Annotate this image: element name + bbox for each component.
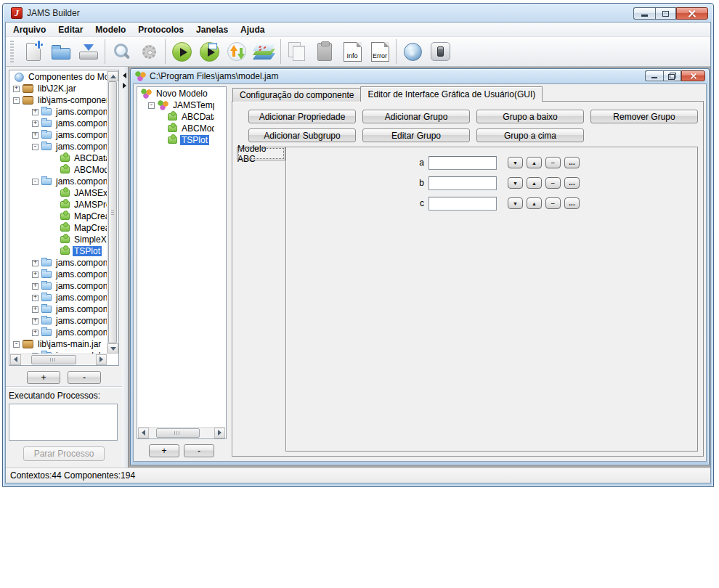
menu-item-arquivo[interactable]: Arquivo	[13, 25, 46, 35]
model-minimize-button[interactable]	[645, 70, 663, 81]
tree-item-componentes-do-mode[interactable]: Componentes do Mode	[10, 71, 107, 83]
tree-item-tsplot[interactable]: TSPlot	[10, 245, 107, 257]
settings-button[interactable]	[135, 38, 163, 65]
expand-toggle-icon[interactable]: +	[32, 260, 38, 266]
run-model-button[interactable]	[168, 38, 195, 65]
add-component-button[interactable]: +	[27, 371, 60, 384]
field-remove-button[interactable]: −	[545, 197, 561, 209]
tree-item-jams-componen[interactable]: +jams.componen	[10, 280, 107, 292]
field-dropdown-button[interactable]: ▼	[508, 197, 523, 209]
tree-item-lib-j2k-jar[interactable]: +lib\J2K.jar	[10, 83, 107, 94]
tree-item-jamsprogr[interactable]: JAMSProgr	[10, 199, 107, 211]
collapse-left-icon[interactable]	[123, 73, 126, 78]
tree-item-abcmodel[interactable]: ABCModel	[10, 164, 107, 176]
expand-toggle-icon[interactable]: +	[32, 295, 38, 301]
vertical-scrollbar[interactable]	[107, 71, 118, 354]
horizontal-scroll-thumb[interactable]	[156, 428, 200, 438]
horizontal-scrollbar[interactable]	[10, 354, 107, 364]
field-browse-button[interactable]: ...	[564, 157, 580, 168]
tree-item-simplexypl[interactable]: SimpleXYPl	[10, 234, 107, 245]
field-dropdown-button[interactable]: ▼	[508, 177, 523, 189]
grupo-a-baixo-button[interactable]: Grupo a baixo	[476, 110, 584, 123]
tree-item-jamsexecl[interactable]: JAMSExecl	[10, 187, 107, 199]
processes-list[interactable]	[9, 404, 118, 441]
expand-toggle-icon[interactable]: +	[32, 121, 38, 127]
open-model-button[interactable]	[47, 38, 75, 65]
field-move-up-button[interactable]: ▲	[527, 177, 542, 189]
model-remove-button[interactable]: -	[184, 444, 214, 457]
power-button[interactable]	[426, 38, 454, 65]
map-button[interactable]	[251, 38, 278, 65]
tree-item-jams-componen[interactable]: +jams.componen	[10, 257, 107, 269]
tree-item-tsplot[interactable]: TSPlot	[138, 134, 214, 146]
error-log-button[interactable]: Error	[366, 38, 394, 65]
menu-item-ajuda[interactable]: Ajuda	[240, 25, 264, 35]
expand-toggle-icon[interactable]: +	[32, 271, 38, 278]
tree-item-jams-componen[interactable]: +jams.componen	[10, 327, 107, 338]
field-browse-button[interactable]: ...	[564, 177, 580, 189]
vertical-scroll-thumb[interactable]	[108, 81, 117, 343]
search-button[interactable]	[107, 38, 135, 65]
tree-item-jamstemporalcor[interactable]: -JAMSTemporalCor	[138, 99, 214, 111]
adicionar-grupo-button[interactable]: Adicionar Grupo	[362, 110, 470, 123]
scroll-right-button[interactable]	[214, 428, 225, 438]
update-button[interactable]	[223, 38, 251, 65]
tree-item-jams-componen[interactable]: +jams.componen	[10, 118, 107, 129]
expand-toggle-icon[interactable]: +	[32, 330, 38, 336]
web-button[interactable]	[399, 38, 426, 65]
collapse-toggle-icon[interactable]: -	[32, 144, 38, 150]
stop-process-button[interactable]: Parar Processo	[23, 446, 105, 461]
menu-item-protocolos[interactable]: Protocolos	[138, 25, 184, 35]
tree-item-lib-jams-componen[interactable]: -lib\jams-componen	[10, 94, 107, 106]
collapse-toggle-icon[interactable]: -	[13, 97, 20, 104]
expand-toggle-icon[interactable]: +	[32, 283, 38, 290]
adicionar-propriedade-button[interactable]: Adicionar Propriedade	[248, 110, 356, 123]
tree-item-jams-componen[interactable]: -jams.componen	[10, 176, 107, 187]
scroll-up-button[interactable]	[107, 71, 118, 81]
grupo-a-cima-button[interactable]: Grupo a cima	[476, 128, 584, 142]
expand-toggle-icon[interactable]: +	[32, 132, 38, 139]
field-input-a[interactable]	[428, 156, 497, 170]
menu-item-editar[interactable]: Editar	[58, 25, 83, 35]
tree-item-jams-componen[interactable]: +jams.componen	[10, 129, 107, 141]
remove-component-button[interactable]: -	[68, 371, 101, 384]
field-move-up-button[interactable]: ▲	[527, 197, 542, 209]
scroll-left-button[interactable]	[138, 428, 149, 438]
field-dropdown-button[interactable]: ▼	[508, 157, 523, 168]
maximize-button[interactable]	[655, 7, 676, 20]
collapse-toggle-icon[interactable]: -	[148, 102, 155, 109]
tree-item-lib-jams-main-jar[interactable]: -lib\jams-main.jar	[10, 338, 107, 350]
tab-configura-o-do-componente[interactable]: Configuração do componente	[232, 88, 361, 102]
model-window-title-bar[interactable]: C:\Program Files\jams\model.jam	[133, 69, 707, 83]
editar-grupo-button[interactable]: Editar Grupo	[362, 128, 470, 142]
tree-item-jams-componen[interactable]: +jams.componen	[10, 315, 107, 327]
tree-item-abcdataread[interactable]: ABCDataRead	[138, 111, 214, 123]
tree-item-abcdatare[interactable]: ABCDataRe	[10, 152, 107, 164]
menu-item-modelo[interactable]: Modelo	[95, 25, 126, 35]
toolbar-grip[interactable]	[10, 41, 14, 62]
model-close-button[interactable]	[681, 70, 705, 81]
title-bar[interactable]: J JAMS Builder	[5, 4, 711, 22]
field-input-b[interactable]	[428, 176, 497, 190]
field-remove-button[interactable]: −	[545, 177, 561, 189]
collapse-right-icon[interactable]	[123, 83, 126, 89]
expand-toggle-icon[interactable]: +	[32, 318, 38, 324]
collapse-toggle-icon[interactable]: -	[13, 341, 20, 348]
tree-item-mapcreato[interactable]: MapCreato	[10, 222, 107, 234]
expand-toggle-icon[interactable]: +	[32, 306, 38, 313]
info-log-button[interactable]: Info	[338, 38, 366, 65]
tree-item-mapcreato[interactable]: MapCreato	[10, 211, 107, 222]
scroll-right-button[interactable]	[96, 354, 107, 365]
field-remove-button[interactable]: −	[545, 157, 561, 168]
close-button[interactable]	[676, 7, 708, 20]
copy-button[interactable]	[283, 38, 311, 65]
tree-item-abcmodel[interactable]: ABCModel	[138, 123, 214, 134]
run-model-gui-button[interactable]	[195, 38, 223, 65]
paste-button[interactable]	[311, 38, 338, 65]
scroll-left-button[interactable]	[10, 354, 21, 365]
horizontal-scroll-thumb[interactable]	[31, 355, 76, 364]
horizontal-scrollbar[interactable]	[138, 427, 225, 438]
expand-toggle-icon[interactable]: +	[13, 86, 20, 92]
tree-item-jams-componen[interactable]: +jams.componen	[10, 269, 107, 280]
adicionar-subgrupo-button[interactable]: Adicionar Subgrupo	[248, 128, 356, 142]
